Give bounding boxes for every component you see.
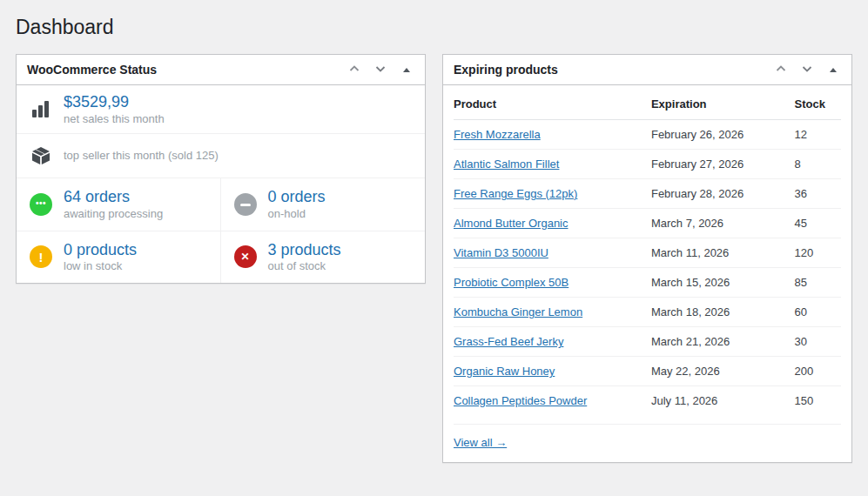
table-header-row: Product Expiration Stock [454, 89, 841, 120]
triangle-up-icon [830, 68, 837, 72]
table-row: Vitamin D3 5000IU March 11, 2026 120 [454, 238, 841, 268]
table-row: Fresh Mozzarella February 26, 2026 12 [454, 120, 841, 150]
product-link[interactable]: Collagen Peptides Powder [454, 394, 587, 407]
net-sales-value-link[interactable]: $3529,99 [64, 92, 165, 112]
toggle-panel-button[interactable] [820, 57, 846, 83]
out-of-stock-link[interactable]: 3 products [268, 240, 341, 260]
product-link[interactable]: Grass-Fed Beef Jerky [454, 335, 563, 348]
on-hold-link[interactable]: 0 orders [268, 187, 326, 207]
woocommerce-status-title[interactable]: WooCommerce Status [17, 55, 167, 84]
stock-cell: 120 [795, 238, 841, 268]
stock-cell: 150 [795, 386, 841, 416]
net-sales-label: net sales this month [64, 112, 165, 127]
triangle-up-icon [403, 68, 410, 72]
stock-cell: 12 [795, 120, 841, 150]
toggle-panel-button[interactable] [394, 57, 420, 83]
move-up-button[interactable] [768, 57, 794, 83]
move-down-button[interactable] [367, 57, 394, 83]
bar-chart-icon [30, 101, 52, 118]
chevron-down-icon [800, 62, 814, 78]
table-row: Collagen Peptides Powder July 11, 2026 1… [454, 386, 841, 416]
woocommerce-status-header[interactable]: WooCommerce Status [17, 55, 425, 85]
stat-out-of-stock: ✕ 3 products out of stock [221, 231, 426, 283]
column-header-product: Product [454, 89, 651, 120]
stock-cell: 36 [795, 179, 841, 209]
expiring-products-table: Product Expiration Stock Fresh Mozzarell… [454, 89, 841, 415]
chevron-down-icon [373, 62, 387, 78]
expiration-cell: February 26, 2026 [651, 120, 795, 150]
table-row: Free Range Eggs (12pk) February 28, 2026… [454, 179, 841, 209]
view-all-link[interactable]: View all → [454, 436, 507, 449]
stat-awaiting-processing: ••• 64 orders awaiting processing [17, 178, 221, 230]
awaiting-processing-label: awaiting processing [64, 207, 163, 222]
stat-low-in-stock: ! 0 products low in stock [17, 231, 221, 283]
move-up-button[interactable] [341, 57, 367, 83]
ellipsis-circle-icon: ••• [30, 193, 52, 216]
stock-cell: 8 [795, 150, 841, 179]
stock-cell: 200 [795, 357, 841, 386]
product-link[interactable]: Free Range Eggs (12pk) [454, 187, 577, 200]
expiring-products-panel: Expiring products Product [442, 54, 852, 463]
table-row: Organic Raw Honey May 22, 2026 200 [454, 357, 841, 386]
woocommerce-status-panel: WooCommerce Status [16, 54, 426, 284]
product-link[interactable]: Almond Butter Organic [454, 217, 569, 230]
expiring-products-header[interactable]: Expiring products [443, 55, 851, 85]
page-title: Dashboard [16, 15, 114, 41]
expiration-cell: March 11, 2026 [651, 238, 795, 268]
table-row: Probiotic Complex 50B March 15, 2026 85 [454, 268, 841, 298]
column-header-stock: Stock [795, 89, 841, 120]
stock-cell: 30 [795, 327, 841, 357]
low-in-stock-link[interactable]: 0 products [64, 240, 137, 260]
expiration-cell: February 27, 2026 [651, 150, 795, 179]
expiration-cell: May 22, 2026 [651, 357, 795, 386]
stock-cell: 85 [795, 268, 841, 298]
product-link[interactable]: Fresh Mozzarella [454, 128, 541, 141]
move-down-button[interactable] [794, 57, 820, 83]
on-hold-label: on-hold [268, 207, 326, 222]
panel-handle-actions [341, 57, 425, 83]
low-in-stock-label: low in stock [64, 259, 137, 274]
chevron-up-icon [347, 62, 361, 78]
expiration-cell: March 21, 2026 [651, 327, 795, 357]
status-stats-grid: ••• 64 orders awaiting processing 0 orde… [17, 178, 425, 283]
out-of-stock-label: out of stock [268, 259, 341, 274]
awaiting-processing-link[interactable]: 64 orders [64, 187, 163, 207]
exclamation-circle-icon: ! [30, 245, 52, 268]
net-sales-row: $3529,99 net sales this month [17, 85, 425, 134]
top-seller-row: top seller this month (sold 125) [17, 134, 425, 178]
x-circle-icon: ✕ [234, 245, 257, 268]
expiration-cell: February 28, 2026 [651, 179, 795, 209]
product-link[interactable]: Organic Raw Honey [454, 365, 555, 378]
product-link[interactable]: Probiotic Complex 50B [454, 276, 569, 289]
table-row: Atlantic Salmon Fillet February 27, 2026… [454, 150, 841, 179]
table-row: Almond Butter Organic March 7, 2026 45 [454, 209, 841, 238]
stock-cell: 45 [795, 209, 841, 238]
expiration-cell: March 15, 2026 [651, 268, 795, 298]
column-header-expiration: Expiration [651, 89, 795, 120]
expiration-cell: March 18, 2026 [651, 298, 795, 327]
expiration-cell: July 11, 2026 [651, 386, 795, 416]
product-link[interactable]: Kombucha Ginger Lemon [454, 305, 582, 318]
cube-icon [30, 146, 52, 165]
panel-handle-actions [768, 57, 851, 83]
stat-on-hold: 0 orders on-hold [221, 178, 426, 230]
minus-circle-icon [234, 193, 257, 216]
product-link[interactable]: Atlantic Salmon Fillet [454, 158, 559, 171]
chevron-up-icon [774, 62, 788, 78]
expiring-products-title[interactable]: Expiring products [443, 55, 569, 84]
table-row: Kombucha Ginger Lemon March 18, 2026 60 [454, 298, 841, 327]
table-row: Grass-Fed Beef Jerky March 21, 2026 30 [454, 327, 841, 357]
expiration-cell: March 7, 2026 [651, 209, 795, 238]
view-all-row: View all → [454, 424, 841, 462]
product-link[interactable]: Vitamin D3 5000IU [454, 246, 548, 259]
stock-cell: 60 [795, 298, 841, 327]
expiring-products-body: Product Expiration Stock Fresh Mozzarell… [443, 85, 851, 462]
top-seller-label: top seller this month (sold 125) [64, 149, 219, 164]
